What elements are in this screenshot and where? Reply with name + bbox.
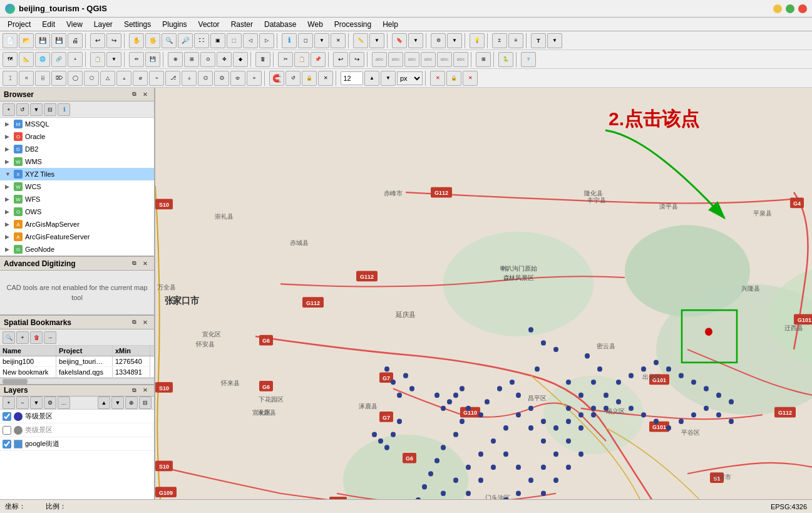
browser-close-btn[interactable]: ✕ — [140, 90, 150, 100]
bm-export-btn[interactable]: → — [44, 331, 56, 344]
browser-item-ows[interactable]: ▶ O OWS — [0, 205, 154, 218]
add-raster-layer-btn[interactable]: 🗺 — [3, 52, 18, 67]
bm-row-1[interactable]: beijing100 beijing_touri… 1276540 — [0, 356, 154, 367]
zoom-full-btn[interactable]: ⛶ — [194, 33, 209, 48]
list-btn[interactable]: ≡ — [508, 33, 523, 48]
browser-refresh-btn[interactable]: ↺ — [16, 103, 29, 116]
add-wms-btn[interactable]: 🌐 — [35, 52, 50, 67]
dig8-btn[interactable]: ⟁ — [116, 71, 131, 86]
minimize-btn[interactable] — [773, 4, 782, 13]
menu-layer[interactable]: Layer — [89, 19, 118, 30]
add-feature-btn[interactable]: ⊕ — [168, 52, 183, 67]
browser-item-arcgisfeature[interactable]: ▶ A ArcGisFeatureServer — [0, 231, 154, 243]
spatial-bm-float-btn[interactable]: ⧉ — [129, 318, 139, 328]
layer-move-down-btn[interactable]: ▼ — [111, 396, 124, 409]
label6-btn[interactable]: abc — [453, 52, 468, 67]
dig11-btn[interactable]: ⎇ — [165, 71, 180, 86]
bm-add-btn[interactable]: + — [16, 331, 29, 344]
layer-check-dengjijingqu[interactable] — [3, 412, 11, 421]
layer-collapse-btn[interactable]: ⊟ — [139, 396, 152, 409]
browser-info-btn[interactable]: ℹ — [58, 103, 70, 116]
bm-row-2[interactable]: New bookmark fakeIsland.qgs 1334891 — [0, 367, 154, 378]
menu-raster[interactable]: Raster — [226, 19, 258, 30]
dig4-btn[interactable]: ⌦ — [51, 71, 66, 86]
browser-filter-btn[interactable]: ▼ — [30, 103, 43, 116]
dig13-btn[interactable]: ⌬ — [198, 71, 213, 86]
snap-trace-btn[interactable]: ↺ — [285, 71, 301, 86]
attribute-table-btn[interactable]: ⊞ — [476, 52, 491, 67]
snap-lock-btn[interactable]: 🔒 — [302, 71, 317, 86]
zoom-out-btn[interactable]: 🔎 — [178, 33, 193, 48]
layers-float-btn[interactable]: ⧉ — [129, 385, 139, 395]
layer-move-up-btn[interactable]: ▲ — [98, 396, 110, 409]
menu-database[interactable]: Database — [259, 19, 301, 30]
python-btn[interactable]: 🐍 — [498, 52, 513, 67]
spatial-bm-close-btn[interactable]: ✕ — [140, 318, 150, 328]
menu-plugins[interactable]: Plugins — [157, 19, 192, 30]
pan-btn[interactable]: ✋ — [129, 33, 144, 48]
redo2-btn[interactable]: ↪ — [349, 52, 364, 67]
add-wfs-btn[interactable]: 🔗 — [51, 52, 66, 67]
zoom-last-btn[interactable]: ◁ — [243, 33, 258, 48]
delete-selected-btn[interactable]: 🗑 — [255, 52, 270, 67]
browser-collapse-btn[interactable]: ⊟ — [44, 103, 56, 116]
more-btn[interactable]: » — [247, 71, 262, 86]
print-btn[interactable]: 🖨 — [68, 33, 83, 48]
menu-project[interactable]: Project — [3, 19, 36, 30]
dig2-btn[interactable]: ⌗ — [19, 71, 34, 86]
add-layer-btn[interactable]: + — [68, 52, 83, 67]
new-layer-btn[interactable]: 📋 — [90, 52, 105, 67]
browser-item-xyz[interactable]: ▼ X XYZ Tiles — [0, 168, 154, 180]
snap-unit-select[interactable]: pxmmm — [397, 71, 423, 85]
snap-size-input[interactable] — [341, 71, 363, 85]
layer-options-btn[interactable]: … — [58, 396, 70, 409]
open-project-btn[interactable]: 📂 — [19, 33, 34, 48]
browser-item-wms[interactable]: ▶ W WMS — [0, 155, 154, 168]
layer-manage-btn[interactable]: ⚙ — [44, 396, 56, 409]
toggle-edit-btn[interactable]: ✏ — [129, 52, 144, 67]
menu-help[interactable]: Help — [378, 19, 403, 30]
layer-check-leijijingqu[interactable] — [3, 426, 11, 435]
spatial-bookmark-btn[interactable]: 🔖 — [392, 33, 407, 48]
spatial-bookmark-dropdown-btn[interactable]: ▼ — [408, 33, 423, 48]
layer-item-google-street[interactable]: google街道 — [0, 437, 154, 451]
dig5-btn[interactable]: ◯ — [68, 71, 83, 86]
browser-item-mssql[interactable]: ▶ M MSSQL — [0, 118, 154, 130]
adv-dig-close-btn[interactable]: ✕ — [140, 259, 150, 269]
label3-btn[interactable]: abc — [404, 52, 419, 67]
maximize-btn[interactable] — [786, 4, 794, 13]
snap-lock2-btn[interactable]: 🔒 — [446, 71, 461, 86]
save-as-btn[interactable]: 💾 — [51, 33, 66, 48]
dig7-btn[interactable]: △ — [100, 71, 115, 86]
browser-item-wcs[interactable]: ▶ W WCS — [0, 180, 154, 193]
cut-btn[interactable]: ✂ — [278, 52, 293, 67]
dig15-btn[interactable]: ⌯ — [230, 71, 245, 86]
layer-check-google-street[interactable] — [3, 440, 11, 448]
layer-expand-btn[interactable]: ⊕ — [125, 396, 138, 409]
dig14-btn[interactable]: ⏣ — [214, 71, 229, 86]
redo-btn[interactable]: ↪ — [106, 33, 121, 48]
deselect-btn[interactable]: ✕ — [331, 33, 346, 48]
menu-edit[interactable]: Edit — [37, 19, 60, 30]
bm-scrollbar[interactable] — [0, 378, 154, 384]
adv-dig-float-btn[interactable]: ⧉ — [129, 259, 139, 269]
copy-btn[interactable]: 📋 — [294, 52, 309, 67]
snap-x-close-btn[interactable]: ✕ — [430, 71, 445, 86]
label-btn[interactable]: T — [531, 33, 546, 48]
layer-remove-btn[interactable]: − — [16, 396, 29, 409]
browser-item-geonode[interactable]: ▶ G GeoNode — [0, 243, 154, 256]
new-layer-dropdown-btn[interactable]: ▼ — [106, 52, 121, 67]
zoom-selection-btn[interactable]: ⬚ — [227, 33, 242, 48]
identify-btn[interactable]: ℹ — [282, 33, 297, 48]
save-project-btn[interactable]: 💾 — [35, 33, 50, 48]
new-project-btn[interactable]: 📄 — [3, 33, 18, 48]
undo-btn[interactable]: ↩ — [90, 33, 105, 48]
render-btn[interactable]: ⚙ — [431, 33, 446, 48]
browser-item-oracle[interactable]: ▶ O Oracle — [0, 130, 154, 143]
bm-delete-btn[interactable]: 🗑 — [30, 331, 43, 344]
add-part-btn[interactable]: ⊞ — [184, 52, 199, 67]
label-tool-btn[interactable]: abc — [372, 52, 387, 67]
menu-web[interactable]: Web — [302, 19, 327, 30]
stats-btn[interactable]: Σ — [492, 33, 507, 48]
dig9-btn[interactable]: ⌀ — [133, 71, 148, 86]
